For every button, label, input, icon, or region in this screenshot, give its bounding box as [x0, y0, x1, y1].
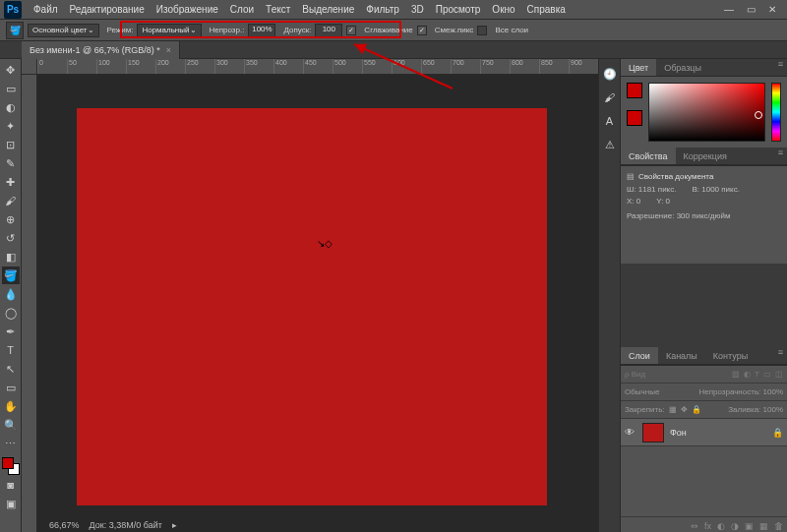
marquee-tool[interactable]: ▭ [2, 80, 20, 97]
delete-layer-icon[interactable]: 🗑 [774, 521, 783, 531]
tab-color[interactable]: Цвет [621, 59, 656, 76]
menu-select[interactable]: Выделение [296, 4, 360, 15]
heal-tool[interactable]: ✚ [2, 173, 20, 191]
close-icon[interactable]: ✕ [765, 3, 779, 17]
blend-mode-dropdown[interactable]: Обычные [625, 387, 659, 396]
eyedropper-tool[interactable]: ✎ [2, 154, 20, 172]
menu-image[interactable]: Изображение [151, 4, 224, 15]
color-swatches[interactable] [2, 457, 20, 475]
brush-panel-icon[interactable]: 🖌 [601, 89, 619, 106]
dodge-tool[interactable]: ◯ [2, 304, 20, 322]
ruler-origin[interactable] [22, 59, 37, 75]
bucket-tool[interactable]: 🪣 [2, 266, 20, 284]
menu-help[interactable]: Справка [521, 4, 572, 15]
opacity-label: Непрозр.: [210, 26, 245, 34]
restore-icon[interactable]: ▭ [744, 3, 757, 17]
menu-layer[interactable]: Слои [224, 4, 260, 15]
layer-opacity-value[interactable]: 100% [763, 387, 783, 396]
tab-channels[interactable]: Каналы [658, 347, 705, 364]
ruler-vertical[interactable] [22, 75, 37, 532]
canvas-area[interactable]: 0501001502002503003504004505005506006507… [22, 59, 598, 532]
lasso-tool[interactable]: ◐ [2, 98, 20, 116]
edit-toolbar[interactable]: ⋯ [2, 435, 20, 452]
tools-panel: ✥ ▭ ◐ ✦ ⊡ ✎ ✚ 🖌 ⊕ ↺ ◧ 🪣 💧 ◯ ✒ T ↖ ▭ ✋ 🔍 … [0, 59, 22, 532]
filter-shape-icon[interactable]: ▭ [763, 370, 771, 379]
ruler-horizontal[interactable]: 0501001502002503003504004505005506006507… [37, 59, 598, 75]
tab-layers[interactable]: Слои [621, 347, 658, 364]
props-panel-menu-icon[interactable]: ≡ [774, 148, 787, 164]
hue-slider[interactable] [771, 83, 781, 142]
layer-thumbnail[interactable] [642, 423, 664, 443]
document-tab[interactable]: Без имени-1 @ 66,7% (RGB/8) * × [22, 41, 180, 59]
char-panel-icon[interactable]: A [601, 112, 619, 130]
history-brush-tool[interactable]: ↺ [2, 229, 20, 247]
brush-tool[interactable]: 🖌 [2, 192, 20, 209]
layer-row[interactable]: 👁 Фон 🔒 [621, 419, 787, 446]
color-panel-menu-icon[interactable]: ≡ [774, 59, 787, 76]
hand-tool[interactable]: ✋ [2, 397, 20, 415]
shape-tool[interactable]: ▭ [2, 379, 20, 396]
warning-icon[interactable]: ⚠ [601, 136, 619, 153]
all-layers-checkbox[interactable] [477, 26, 487, 35]
stamp-tool[interactable]: ⊕ [2, 210, 20, 228]
blur-tool[interactable]: 💧 [2, 285, 20, 303]
close-tab-icon[interactable]: × [166, 45, 171, 55]
fill-source-dropdown[interactable]: Основной цвет ⌄ [28, 24, 99, 37]
fx-icon[interactable]: fx [704, 521, 711, 531]
pen-tool[interactable]: ✒ [2, 323, 20, 340]
screenmode-tool[interactable]: ▣ [2, 495, 20, 512]
contiguous-checkbox[interactable]: ✓ [417, 26, 427, 35]
filter-img-icon[interactable]: ▧ [732, 370, 740, 379]
mode-dropdown[interactable]: Нормальный ⌄ [137, 24, 201, 37]
menu-3d[interactable]: 3D [405, 4, 430, 15]
fill-value[interactable]: 100% [763, 405, 783, 414]
layer-name-text[interactable]: Фон [670, 428, 766, 438]
status-arrow-icon[interactable]: ▸ [172, 520, 177, 530]
document-canvas[interactable] [77, 108, 547, 505]
mask-icon[interactable]: ◐ [717, 521, 725, 531]
quickmask-tool[interactable]: ◙ [2, 476, 20, 494]
opacity-input[interactable]: 100% [248, 24, 275, 37]
tolerance-input[interactable]: 100 [315, 24, 342, 37]
filter-smart-icon[interactable]: ◫ [775, 370, 783, 379]
history-panel-icon[interactable]: 🕘 [601, 65, 619, 83]
panel-fg-swatch[interactable] [627, 83, 642, 98]
filter-adj-icon[interactable]: ◐ [744, 370, 751, 379]
panel-bg-swatch[interactable] [627, 110, 642, 126]
fg-color-swatch[interactable] [2, 457, 14, 469]
crop-tool[interactable]: ⊡ [2, 136, 20, 153]
new-layer-icon[interactable]: ▦ [759, 521, 768, 531]
antialias-checkbox[interactable]: ✓ [346, 26, 356, 35]
type-tool[interactable]: T [2, 341, 20, 359]
menu-window[interactable]: Окно [486, 4, 520, 15]
tab-swatches[interactable]: Образцы [656, 59, 709, 76]
tab-adjustments[interactable]: Коррекция [676, 148, 735, 164]
move-tool[interactable]: ✥ [2, 61, 20, 79]
link-layers-icon[interactable]: ⇔ [691, 521, 698, 531]
lock-pixels-icon[interactable]: ▦ [669, 405, 677, 414]
color-field[interactable] [648, 83, 765, 142]
tab-paths[interactable]: Контуры [705, 347, 756, 364]
tab-properties[interactable]: Свойства [621, 148, 676, 164]
menu-text[interactable]: Текст [260, 4, 296, 15]
wand-tool[interactable]: ✦ [2, 117, 20, 135]
adjustment-icon[interactable]: ◑ [731, 521, 739, 531]
filter-text-icon[interactable]: T [755, 370, 759, 379]
lock-icon[interactable]: 🔒 [772, 428, 783, 438]
eraser-tool[interactable]: ◧ [2, 248, 20, 266]
zoom-tool[interactable]: 🔍 [2, 416, 20, 434]
path-tool[interactable]: ↖ [2, 360, 20, 378]
kind-filter[interactable]: ρ Вид [625, 370, 645, 379]
menu-file[interactable]: Файл [28, 4, 64, 15]
zoom-level[interactable]: 66,67% [49, 520, 80, 530]
lock-all-icon[interactable]: 🔒 [692, 405, 701, 414]
bucket-tool-icon[interactable]: 🪣 [6, 22, 24, 39]
menu-filter[interactable]: Фильтр [360, 4, 405, 15]
menu-edit[interactable]: Редактирование [64, 4, 151, 15]
lock-position-icon[interactable]: ✥ [681, 405, 688, 414]
visibility-icon[interactable]: 👁 [625, 427, 636, 438]
group-icon[interactable]: ▣ [745, 521, 754, 531]
menu-view[interactable]: Просмотр [430, 4, 487, 15]
layers-panel-menu-icon[interactable]: ≡ [774, 347, 787, 364]
minimize-icon[interactable]: — [722, 3, 736, 17]
